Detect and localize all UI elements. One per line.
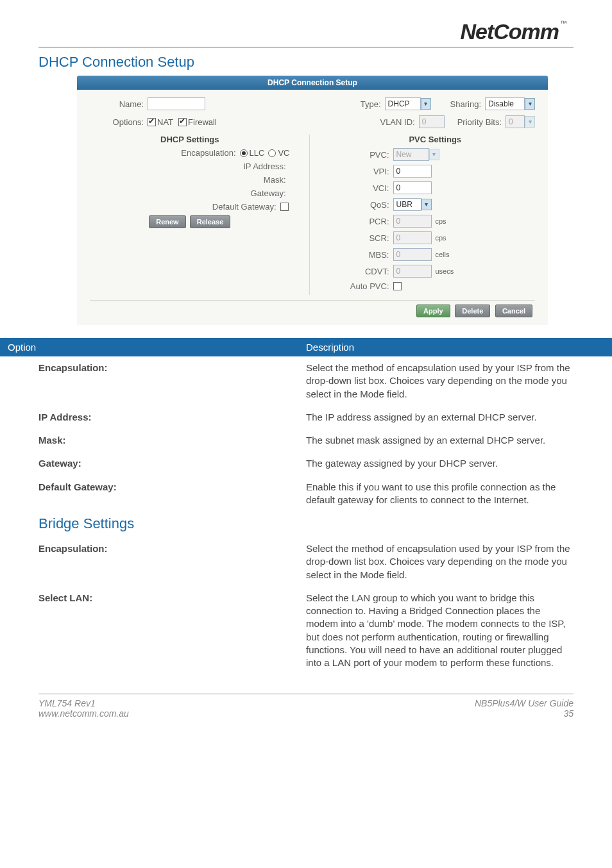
trademark: ™: [560, 19, 567, 27]
cdvt-label: CDVT:: [336, 267, 393, 276]
delete-button[interactable]: Delete: [455, 305, 490, 317]
options-label: Options:: [90, 117, 148, 127]
ip-label: IP Address:: [243, 162, 289, 171]
name-label: Name:: [90, 99, 148, 109]
col-description: Description: [306, 342, 604, 353]
chevron-down-icon[interactable]: ▾: [421, 98, 431, 110]
encap-label: Encapsulation:: [181, 148, 239, 158]
autopvc-checkbox[interactable]: [393, 282, 402, 290]
vci-label: VCI:: [336, 183, 393, 193]
pvc-select[interactable]: New: [393, 148, 429, 161]
nat-label: NAT: [157, 117, 173, 127]
defgw-label: Default Gateway:: [212, 202, 280, 212]
scr-input[interactable]: [393, 231, 432, 244]
table-header: Option Description: [0, 338, 612, 356]
opt-desc: Enable this if you want to use this prof…: [306, 481, 574, 507]
scr-label: SCR:: [336, 233, 393, 243]
cancel-button[interactable]: Cancel: [495, 305, 532, 317]
opt-name: Gateway:: [38, 457, 306, 470]
encap-llc-radio[interactable]: [240, 149, 248, 157]
footer-page: 35: [475, 708, 574, 719]
opt-desc: Select the LAN group to which you want t…: [306, 592, 574, 670]
vlan-label: VLAN ID:: [380, 117, 418, 127]
panel-title: DHCP Connection Setup: [77, 76, 548, 90]
chevron-down-icon[interactable]: ▾: [525, 98, 535, 110]
scr-unit: cps: [436, 234, 446, 242]
opt-name: Mask:: [38, 434, 306, 447]
footer-rev: YML754 Rev1: [38, 698, 129, 708]
divider: [38, 47, 574, 47]
opt-desc: The gateway assigned by your DHCP server…: [306, 457, 574, 470]
firewall-label: Firewall: [188, 117, 217, 127]
type-select[interactable]: DHCP: [385, 97, 421, 110]
pvc-settings-head: PVC Settings: [336, 135, 536, 144]
encap-vc-label: VC: [278, 148, 289, 158]
bridge-title: Bridge Settings: [38, 515, 574, 532]
section-title: DHCP Connection Setup: [38, 54, 574, 71]
prio-label: Priority Bits:: [457, 117, 506, 127]
mask-label: Mask:: [264, 175, 290, 185]
pvc-label: PVC:: [336, 150, 393, 160]
col-option: Option: [8, 342, 306, 353]
table-row: Select LAN: Select the LAN group to whic…: [38, 587, 574, 675]
cdvt-input[interactable]: [393, 265, 432, 278]
sharing-label: Sharing:: [450, 99, 485, 109]
qos-label: QoS:: [336, 200, 393, 210]
renew-button[interactable]: Renew: [149, 215, 185, 228]
brand-name: NetComm: [460, 19, 559, 44]
footer-url: www.netcomm.com.au: [38, 708, 129, 719]
opt-name: Default Gateway:: [38, 481, 306, 507]
table-row: Gateway: The gateway assigned by your DH…: [38, 452, 574, 475]
opt-name: Encapsulation:: [38, 542, 306, 581]
type-label: Type:: [346, 99, 385, 109]
dhcp-settings-head: DHCP Settings: [90, 135, 290, 144]
dhcp-panel: DHCP Connection Setup Name: Type: DHCP▾ …: [77, 76, 548, 325]
pcr-input[interactable]: [393, 215, 432, 228]
chevron-down-icon[interactable]: ▾: [421, 199, 432, 210]
mbs-input[interactable]: [393, 248, 432, 261]
pcr-label: PCR:: [336, 217, 393, 226]
table-row: Encapsulation: Select the method of enca…: [38, 356, 574, 406]
sharing-select[interactable]: Disable: [485, 97, 525, 110]
opt-desc: Select the method of encapsulation used …: [306, 542, 574, 581]
vlan-input[interactable]: [419, 115, 445, 128]
encap-llc-label: LLC: [250, 148, 265, 158]
cdvt-unit: usecs: [436, 267, 454, 275]
nat-checkbox[interactable]: [148, 118, 156, 126]
chevron-down-icon: ▾: [429, 149, 439, 160]
opt-desc: Select the method of encapsulation used …: [306, 362, 574, 401]
opt-desc: The subnet mask assigned by an external …: [306, 434, 574, 447]
autopvc-label: Auto PVC:: [336, 281, 393, 291]
brand-logo: NetComm™: [38, 19, 574, 44]
opt-name: IP Address:: [38, 411, 306, 424]
apply-button[interactable]: Apply: [416, 305, 450, 317]
table-row: IP Address: The IP address assigned by a…: [38, 406, 574, 429]
page-footer: YML754 Rev1 www.netcomm.com.au NB5Plus4/…: [38, 694, 574, 731]
table-row: Mask: The subnet mask assigned by an ext…: [38, 429, 574, 452]
pcr-unit: cps: [436, 217, 446, 225]
name-input[interactable]: [148, 97, 205, 110]
vpi-label: VPI:: [336, 167, 393, 176]
encap-vc-radio[interactable]: [268, 149, 276, 157]
opt-desc: The IP address assigned by an external D…: [306, 411, 574, 424]
opt-name: Select LAN:: [38, 592, 306, 670]
vpi-input[interactable]: [393, 165, 432, 178]
footer-guide: NB5Plus4/W User Guide: [475, 698, 574, 708]
prio-select[interactable]: 0: [506, 115, 525, 128]
qos-select[interactable]: UBR: [393, 198, 421, 211]
table-row: Encapsulation: Select the method of enca…: [38, 537, 574, 587]
mbs-label: MBS:: [336, 250, 393, 260]
defgw-checkbox[interactable]: [280, 203, 289, 211]
vci-input[interactable]: [393, 181, 432, 194]
chevron-down-icon: ▾: [525, 116, 535, 128]
table-row: Default Gateway: Enable this if you want…: [38, 476, 574, 512]
mbs-unit: cells: [436, 251, 450, 258]
gw-label: Gateway:: [251, 188, 290, 198]
release-button[interactable]: Release: [190, 215, 231, 228]
firewall-checkbox[interactable]: [178, 118, 187, 126]
opt-name: Encapsulation:: [38, 362, 306, 401]
